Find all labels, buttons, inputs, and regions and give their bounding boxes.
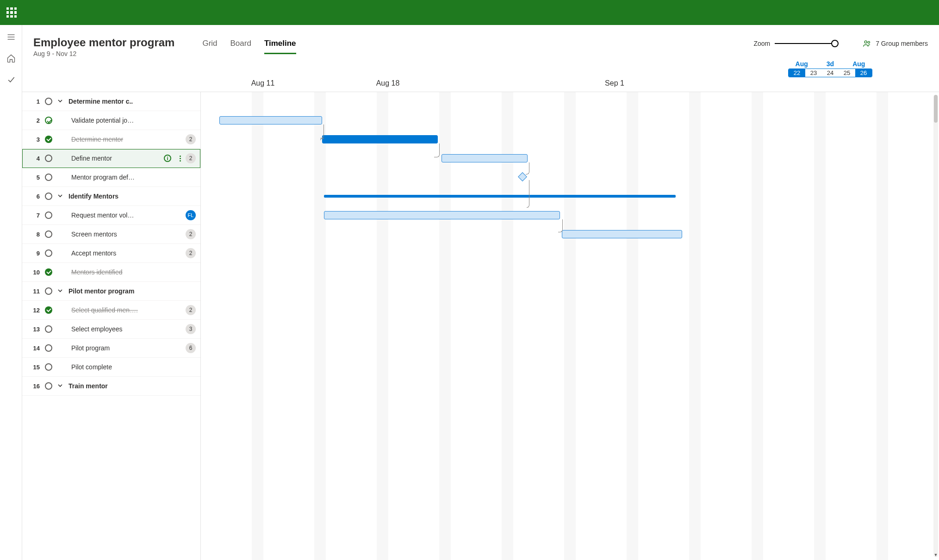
tab-timeline[interactable]: Timeline [264,39,296,54]
status-icon[interactable] [44,192,53,200]
task-row[interactable]: 9Accept mentors2 [22,244,200,263]
task-row[interactable]: 8Screen mentors2 [22,225,200,244]
row-number: 8 [31,231,40,238]
row-number: 12 [31,307,40,314]
task-row[interactable]: 4Define mentori2 [22,149,200,168]
task-name: Request mentor vol… [71,212,181,219]
chevron-down-icon[interactable] [57,98,64,105]
task-row[interactable]: 1Determine mentor c.. [22,92,200,111]
row-number: 9 [31,250,40,257]
status-icon[interactable] [44,154,53,162]
status-icon[interactable] [44,363,53,371]
count-badge: 2 [186,153,196,163]
task-row[interactable]: 6Identify Mentors [22,187,200,206]
tab-grid[interactable]: Grid [202,39,217,54]
status-icon[interactable] [44,97,53,106]
gantt-chart[interactable]: ▲ ▼ [201,92,939,560]
count-badge: 2 [186,305,196,315]
row-number: 2 [31,117,40,124]
status-icon[interactable] [44,268,53,276]
chevron-down-icon[interactable] [57,193,64,200]
task-row[interactable]: 12Select qualified men….2 [22,301,200,320]
status-icon[interactable] [44,344,53,352]
tab-board[interactable]: Board [230,39,251,54]
task-list: 1Determine mentor c..2Validate potential… [22,92,201,560]
row-number: 10 [31,269,40,276]
zoom-slider[interactable] [775,39,835,48]
gantt-bar[interactable] [442,154,528,162]
task-name: Screen mentors [71,230,181,238]
task-name: Pilot mentor program [68,287,200,295]
zoom-control: Zoom [753,39,835,48]
task-name: Determine mentor c.. [68,98,200,105]
task-name: Validate potential jo… [71,117,200,124]
row-number: 16 [31,383,40,390]
task-row[interactable]: 7Request mentor vol…FL [22,206,200,225]
page-title: Employee mentor program [33,36,174,49]
task-name: Pilot complete [71,363,200,371]
status-icon[interactable] [44,382,53,390]
task-name: Accept mentors [71,249,181,257]
status-icon[interactable] [44,230,53,238]
task-row[interactable]: 5Mentor program def… [22,168,200,187]
status-icon[interactable] [44,211,53,219]
status-icon[interactable] [44,287,53,295]
date-overview-label: 3d [827,60,834,68]
task-row[interactable]: 13Select employees3 [22,320,200,339]
row-number: 7 [31,212,40,219]
gantt-bar[interactable] [322,135,438,143]
date-overview-label: Aug [852,60,865,68]
task-row[interactable]: 10Mentors identified [22,263,200,282]
task-row[interactable]: 14Pilot program6 [22,339,200,358]
app-launcher-icon[interactable] [6,7,17,18]
task-row[interactable]: 15Pilot complete [22,358,200,377]
status-icon[interactable] [44,325,53,333]
task-name: Identify Mentors [68,193,200,200]
task-name: Pilot program [71,344,181,352]
count-badge: 2 [186,248,196,258]
row-number: 1 [31,98,40,105]
left-rail [0,25,22,560]
home-icon[interactable] [4,51,19,66]
gantt-summary-bar[interactable] [324,195,676,198]
task-row[interactable]: 11Pilot mentor program [22,282,200,301]
task-name: Determine mentor [71,136,181,143]
row-number: 3 [31,136,40,143]
page-subtitle: Aug 9 - Nov 12 [33,50,174,57]
row-number: 14 [31,345,40,352]
row-number: 4 [31,155,40,162]
row-number: 11 [31,288,40,295]
status-icon[interactable] [44,173,53,181]
gantt-bar[interactable] [324,211,560,219]
status-icon[interactable] [44,135,53,143]
count-badge: 2 [186,229,196,239]
more-icon[interactable] [180,156,181,162]
status-icon[interactable] [44,116,53,124]
people-icon [863,39,872,48]
header: Employee mentor program Aug 9 - Nov 12 G… [22,25,939,57]
menu-icon[interactable] [4,30,19,44]
task-name: Select employees [71,325,181,333]
task-row[interactable]: 16Train mentor [22,377,200,396]
timeline-date-header: Aug 11 Aug 18 Sep 1 [22,76,939,92]
row-number: 15 [31,364,40,371]
check-icon[interactable] [4,72,19,87]
avatar[interactable]: FL [186,210,196,220]
top-bar [0,0,939,25]
task-row[interactable]: 3Determine mentor2 [22,130,200,149]
row-number: 6 [31,193,40,200]
scrollbar-vertical[interactable]: ▲ ▼ [933,95,938,557]
svg-point-4 [868,41,870,43]
chevron-down-icon[interactable] [57,287,64,295]
gantt-bar[interactable] [562,230,682,238]
group-members[interactable]: 7 Group members [863,39,928,48]
task-name: Mentor program def… [71,174,200,181]
row-number: 5 [31,174,40,181]
chevron-down-icon[interactable] [57,382,64,390]
status-icon[interactable] [44,306,53,314]
status-icon[interactable] [44,249,53,257]
task-row[interactable]: 2Validate potential jo… [22,111,200,130]
info-icon[interactable]: i [164,155,171,162]
gantt-bar[interactable] [219,116,322,124]
count-badge: 2 [186,134,196,144]
